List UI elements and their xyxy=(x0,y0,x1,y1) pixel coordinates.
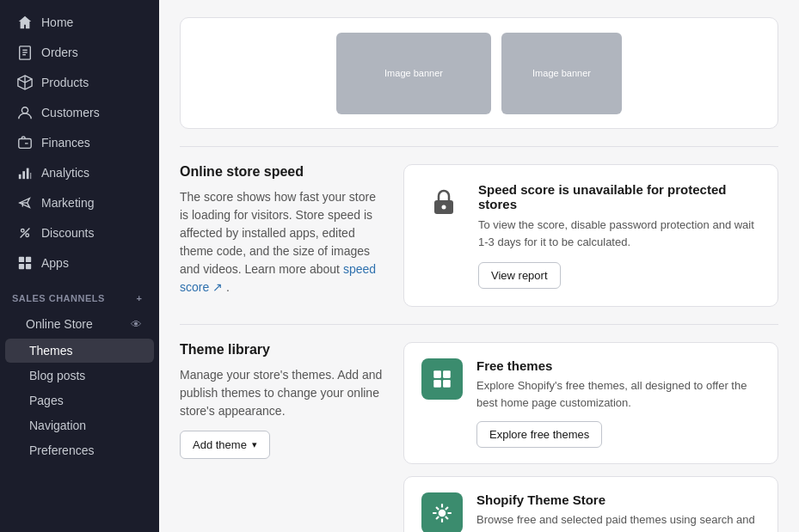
sidebar-item-finances[interactable]: Finances xyxy=(5,128,154,157)
sidebar-item-products[interactable]: Products xyxy=(5,68,154,97)
theme-library-desc: Manage your store's themes. Add and publ… xyxy=(180,366,386,420)
theme-preview-side: Image banner xyxy=(501,33,622,114)
svg-point-12 xyxy=(22,229,25,233)
customers-icon xyxy=(17,105,33,120)
add-sales-channel-button[interactable]: + xyxy=(132,290,147,306)
orders-icon xyxy=(17,45,33,60)
svg-point-20 xyxy=(442,205,446,210)
sidebar-item-customers[interactable]: Customers xyxy=(5,98,154,127)
speed-section: Online store speed The score shows how f… xyxy=(180,164,778,307)
svg-rect-17 xyxy=(19,264,24,269)
speed-info-card: Speed score is unavailable for protected… xyxy=(403,164,778,307)
sidebar-item-online-store[interactable]: Online Store 👁 xyxy=(5,310,154,338)
sidebar-subitem-blog-posts[interactable]: Blog posts xyxy=(5,364,154,388)
sidebar-subitem-pages[interactable]: Pages xyxy=(5,388,154,413)
svg-rect-6 xyxy=(19,174,22,179)
svg-rect-9 xyxy=(30,173,31,179)
speed-title: Online store speed xyxy=(180,164,386,180)
view-report-button[interactable]: View report xyxy=(478,262,561,289)
speed-info-text: Speed score is unavailable for protected… xyxy=(478,182,757,289)
speed-desc: The score shows how fast your store is l… xyxy=(180,188,386,297)
theme-preview-main: Image banner xyxy=(336,33,491,114)
shopify-theme-store-card: Shopify Theme Store Browse free and sele… xyxy=(403,476,778,532)
sidebar-subitem-themes[interactable]: Themes xyxy=(5,339,154,363)
theme-library-section: Theme library Manage your store's themes… xyxy=(180,342,778,532)
speed-description: Online store speed The score shows how f… xyxy=(180,164,386,307)
main-content: Image banner Image banner Online store s… xyxy=(159,0,799,532)
discounts-icon xyxy=(17,225,33,241)
svg-rect-7 xyxy=(22,171,25,179)
svg-rect-22 xyxy=(443,370,451,378)
sidebar-item-orders[interactable]: Orders xyxy=(5,38,154,67)
sidebar-item-analytics[interactable]: Analytics xyxy=(5,158,154,187)
free-themes-content: Free themes Explore Shopify's free theme… xyxy=(476,358,760,448)
sidebar-item-marketing[interactable]: Marketing xyxy=(5,188,154,217)
svg-point-25 xyxy=(439,510,446,517)
speed-divider xyxy=(180,146,778,147)
library-divider xyxy=(180,324,778,325)
svg-rect-15 xyxy=(19,257,24,262)
sidebar-item-discounts[interactable]: Discounts xyxy=(5,218,154,248)
online-store-visibility-icon[interactable]: 👁 xyxy=(131,318,142,331)
svg-point-4 xyxy=(22,107,28,113)
theme-store-icon xyxy=(421,492,463,532)
speed-card-panel: Speed score is unavailable for protected… xyxy=(403,164,778,307)
free-themes-card: Free themes Explore Shopify's free theme… xyxy=(403,342,778,464)
svg-rect-23 xyxy=(433,380,441,388)
add-theme-button[interactable]: Add theme ▾ xyxy=(180,431,270,459)
free-themes-icon xyxy=(421,358,463,400)
svg-rect-18 xyxy=(26,264,31,269)
sidebar-item-apps[interactable]: Apps xyxy=(5,248,154,278)
svg-point-13 xyxy=(26,234,29,237)
home-icon xyxy=(17,15,33,30)
theme-preview-card: Image banner Image banner xyxy=(180,17,778,129)
sidebar-subitem-navigation[interactable]: Navigation xyxy=(5,413,154,437)
theme-library-title: Theme library xyxy=(180,342,386,358)
svg-rect-21 xyxy=(433,370,441,378)
analytics-icon xyxy=(17,165,33,180)
sidebar-subitem-preferences[interactable]: Preferences xyxy=(5,438,154,462)
sidebar-item-home[interactable]: Home xyxy=(5,8,154,37)
apps-icon xyxy=(17,255,33,271)
theme-store-cards: Free themes Explore Shopify's free theme… xyxy=(403,342,778,532)
sales-channels-header: SALES CHANNELS + xyxy=(0,278,159,309)
lock-icon xyxy=(425,182,463,220)
chevron-down-icon: ▾ xyxy=(252,439,257,450)
marketing-icon xyxy=(17,195,33,211)
theme-store-content: Shopify Theme Store Browse free and sele… xyxy=(476,492,760,532)
svg-rect-24 xyxy=(443,380,451,388)
products-icon xyxy=(17,75,33,90)
svg-rect-16 xyxy=(26,257,31,262)
finances-icon xyxy=(17,135,33,150)
svg-rect-8 xyxy=(27,168,29,180)
theme-library-description: Theme library Manage your store's themes… xyxy=(180,342,386,532)
sidebar: Home Orders Products Customers Finances … xyxy=(0,0,159,532)
explore-free-themes-button[interactable]: Explore free themes xyxy=(476,421,602,448)
